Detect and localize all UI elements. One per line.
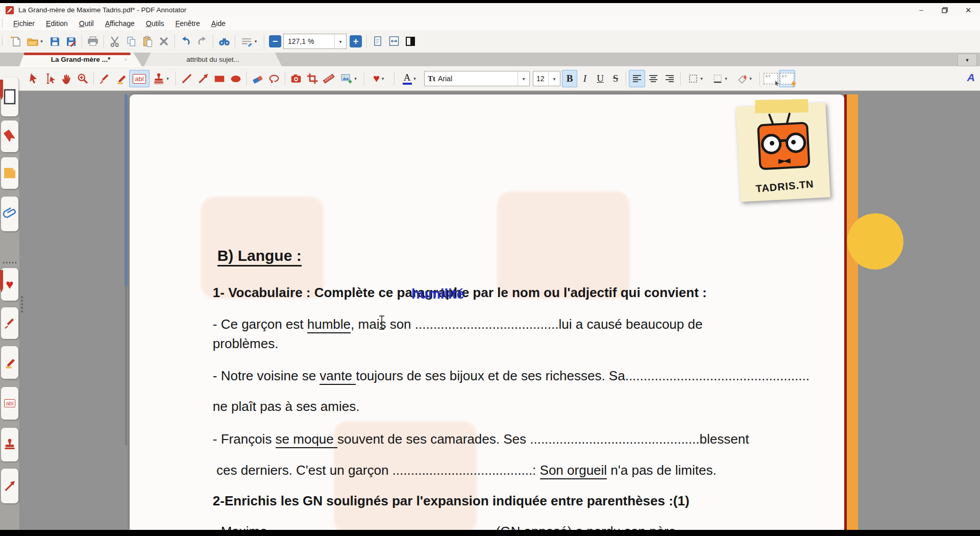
window-title: La Grand-mère de Maxime Tadris.pdf* - PD… [18,6,186,14]
copy-button[interactable] [123,33,139,50]
select-tool-button[interactable] [26,70,42,87]
lasso-tool-button[interactable] [266,70,282,87]
text-select-tool-button[interactable] [42,70,58,87]
vertical-scrollbar-thumb[interactable] [125,94,128,287]
favorites-button[interactable]: ♥ ▾ [367,70,391,87]
stamp-tool-button[interactable]: ▾ [150,70,173,87]
ellipse-tool-button[interactable] [228,70,244,87]
copy-icon [126,36,137,47]
crop-tool-button[interactable] [304,70,321,87]
menu-fichier[interactable]: Fichier [8,17,40,30]
sidebar-item-favorite-heart[interactable]: ♥ [1,268,18,301]
hand-tool-button[interactable] [58,70,75,87]
menu-aide[interactable]: Aide [206,17,231,30]
image-add-button[interactable]: ▾ [337,70,361,87]
align-left-button[interactable] [629,70,645,87]
font-color-button[interactable]: A ▾ [397,70,423,87]
pdf-page[interactable]: TADRIS.TN B) Langue : 1- Vocabulaire : C… [130,94,844,530]
zoom-tool-button[interactable] [75,70,91,87]
fill-color-button[interactable]: ▾ [732,70,757,87]
minimize-button[interactable]: ─ [910,3,933,17]
paste-button[interactable] [139,33,156,50]
fit-width-button[interactable] [386,33,402,50]
undo-button[interactable] [178,33,194,50]
separator [175,34,175,48]
sidebar-item-stamp-tool[interactable] [1,428,18,461]
field-auto-button[interactable]: XY [779,70,795,87]
tab-close-icon[interactable]: × [124,56,128,63]
print-button[interactable] [85,33,101,50]
annotation-toolbar: abl ▾ [0,66,980,91]
line-tool-button[interactable] [179,70,195,87]
zoom-combobox[interactable]: 127,1 % ▾ [283,34,347,49]
restore-icon [941,7,948,14]
sidebar-item-attachments[interactable] [1,197,18,231]
redo-button[interactable] [194,33,210,50]
dotted-blank: ....................................... [415,316,559,332]
align-right-button[interactable] [662,70,678,87]
tab-overflow-button[interactable]: ▼ [958,54,977,66]
menu-fenetre[interactable]: Fenêtre [170,17,206,30]
close-button[interactable]: × [957,3,980,17]
menu-affichage[interactable]: Affichage [100,17,140,30]
underline-button[interactable]: U [593,70,608,87]
zoom-value: 127,1 % [284,37,334,45]
paperclip-icon [3,205,17,223]
undo-icon [180,35,192,47]
cut-button[interactable] [107,33,123,50]
save-button[interactable] [46,33,63,50]
tab-attribut-du-sujet[interactable]: attribut du sujet... [144,53,282,66]
strikethrough-button[interactable]: S [608,70,623,87]
marker-tool-button[interactable] [113,70,129,87]
tab-la-grand-mere[interactable]: La Grand-mère ...* × [19,53,142,66]
pen-tool-button[interactable] [96,70,113,87]
sidebar-toggle-button[interactable] [402,33,419,50]
separator [680,71,681,86]
splitter-handle[interactable]: ●●●●● [20,295,23,313]
font-size-combobox[interactable]: 12 ▾ [533,71,560,86]
font-color-icon: A [403,73,412,85]
bookmark-icon [3,129,16,144]
italic-button[interactable]: I [577,70,593,87]
sidebar-item-pen-tool[interactable] [1,307,18,339]
text-tool-button[interactable]: abl [129,70,150,87]
glasses-right-lens [785,132,806,154]
menu-edition[interactable]: Edition [40,17,74,30]
restore-button[interactable] [933,3,957,17]
ink-annotation-humilite[interactable]: humilité [411,286,464,302]
align-center-button[interactable] [645,70,662,87]
zoom-in-button[interactable]: + [350,35,362,47]
border-style-button[interactable]: ▾ [683,70,708,87]
menu-outil[interactable]: Outil [74,17,100,30]
measure-tool-button[interactable] [321,70,337,87]
field-select-button[interactable]: XY [763,70,779,87]
sidebar-item-pages[interactable] [1,78,18,116]
new-document-button[interactable] [8,33,24,50]
border-bottom-button[interactable]: ▾ [708,70,732,87]
sidebar-item-marker-tool[interactable] [1,346,18,379]
photo-tool-button[interactable] [288,70,304,87]
sidebar-item-bookmarks[interactable] [1,120,18,152]
sidebar-item-text-tool[interactable]: abl [1,387,18,420]
delete-button[interactable] [156,33,172,50]
bold-button[interactable]: B [562,70,577,87]
save-as-button[interactable] [63,33,79,50]
eraser-tool-button[interactable] [250,70,266,87]
menu-outils[interactable]: Outils [140,17,170,30]
rectangle-tool-button[interactable] [211,70,228,87]
menu-bar: Fichier Edition Outil Affichage Outils F… [0,17,980,31]
panel-toggle-letter[interactable]: A [967,71,975,84]
find-button[interactable] [216,33,232,50]
fit-page-button[interactable] [370,33,386,50]
font-family-combobox[interactable]: Tt Arial ▾ [424,71,530,86]
arrow-tool-button[interactable] [195,70,211,87]
letterbox-top [0,0,980,3]
sidebar-item-arrow-tool[interactable] [1,469,18,503]
vertical-scrollbar-track[interactable] [125,287,127,445]
app-logo-icon [5,6,14,15]
open-document-button[interactable]: ▾ [24,33,46,50]
snap-lines-button[interactable]: ▾ [238,33,261,50]
sidebar-item-notes[interactable] [1,157,18,189]
text-run: souvent de ses camarades. Ses [337,431,530,447]
zoom-out-button[interactable]: − [269,35,281,47]
